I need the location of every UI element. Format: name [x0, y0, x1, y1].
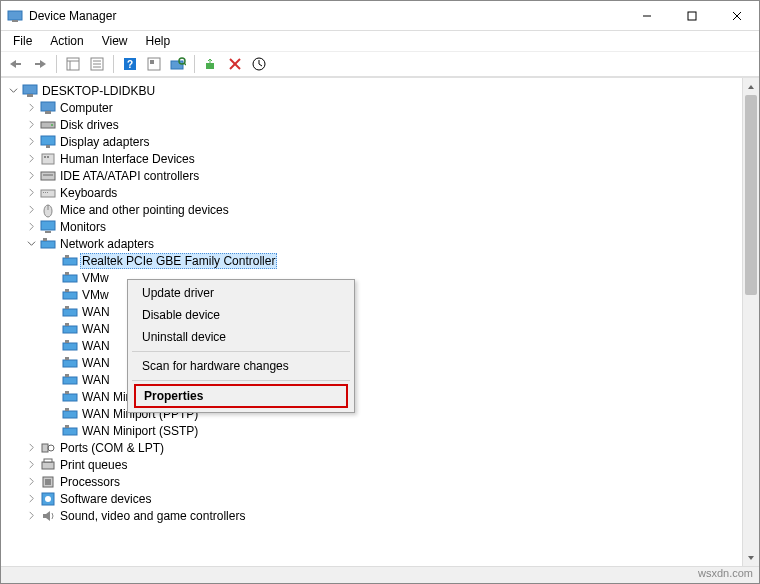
- ctx-scan-hardware[interactable]: Scan for hardware changes: [130, 355, 352, 377]
- collapse-icon[interactable]: [25, 237, 38, 250]
- ctx-update-driver[interactable]: Update driver: [130, 282, 352, 304]
- tree-device[interactable]: WAN: [3, 303, 740, 320]
- spacer: [47, 373, 60, 386]
- tree-device[interactable]: WAN: [3, 371, 740, 388]
- svg-rect-22: [206, 63, 214, 69]
- update-driver-button[interactable]: [200, 53, 222, 75]
- svg-rect-18: [150, 60, 154, 64]
- tree-category[interactable]: Print queues: [3, 456, 740, 473]
- tree-category[interactable]: Ports (COM & LPT): [3, 439, 740, 456]
- expand-icon[interactable]: [25, 101, 38, 114]
- svg-rect-3: [688, 12, 696, 20]
- svg-line-21: [184, 63, 186, 65]
- device-label: VMw: [82, 288, 109, 302]
- svg-rect-51: [63, 275, 77, 282]
- close-button[interactable]: [714, 1, 759, 30]
- svg-rect-54: [65, 289, 69, 292]
- tree-device[interactable]: WAN: [3, 337, 740, 354]
- category-label: Mice and other pointing devices: [60, 203, 229, 217]
- show-hidden-button[interactable]: [62, 53, 84, 75]
- expand-icon[interactable]: [25, 203, 38, 216]
- menu-action[interactable]: Action: [42, 32, 91, 50]
- svg-rect-59: [63, 343, 77, 350]
- category-label: Human Interface Devices: [60, 152, 195, 166]
- help-button[interactable]: ?: [119, 53, 141, 75]
- tree-category[interactable]: Display adapters: [3, 133, 740, 150]
- expand-icon[interactable]: [25, 509, 38, 522]
- uninstall-button[interactable]: [224, 53, 246, 75]
- device-label: WAN: [82, 322, 110, 336]
- device-tree[interactable]: DESKTOP-LDIDKBU ComputerDisk drivesDispl…: [1, 78, 742, 566]
- tree-root[interactable]: DESKTOP-LDIDKBU: [3, 82, 740, 99]
- ctx-properties[interactable]: Properties: [134, 384, 348, 408]
- tree-category-network[interactable]: Network adapters: [3, 235, 740, 252]
- expand-icon[interactable]: [25, 492, 38, 505]
- expand-icon[interactable]: [25, 169, 38, 182]
- watermark: wsxdn.com: [698, 567, 753, 579]
- category-label: Processors: [60, 475, 120, 489]
- category-label: Monitors: [60, 220, 106, 234]
- expand-icon[interactable]: [25, 220, 38, 233]
- keyboard-icon: [40, 185, 56, 201]
- network-icon: [40, 236, 56, 252]
- tree-category[interactable]: Processors: [3, 473, 740, 490]
- tree-device[interactable]: WAN: [3, 354, 740, 371]
- tree-category[interactable]: Monitors: [3, 218, 740, 235]
- scroll-thumb[interactable]: [745, 95, 757, 295]
- minimize-button[interactable]: [624, 1, 669, 30]
- svg-point-78: [45, 496, 51, 502]
- tree-device[interactable]: VMw: [3, 286, 740, 303]
- tree-device[interactable]: WAN: [3, 320, 740, 337]
- horizontal-scrollbar[interactable]: [1, 566, 759, 583]
- tree-device[interactable]: VMw: [3, 269, 740, 286]
- tree-category[interactable]: IDE ATA/ATAPI controllers: [3, 167, 740, 184]
- tree-category[interactable]: Mice and other pointing devices: [3, 201, 740, 218]
- menu-help[interactable]: Help: [138, 32, 179, 50]
- expand-icon[interactable]: [25, 458, 38, 471]
- ctx-uninstall-device[interactable]: Uninstall device: [130, 326, 352, 348]
- action-button[interactable]: [143, 53, 165, 75]
- back-button[interactable]: [5, 53, 27, 75]
- scroll-down-button[interactable]: [743, 549, 759, 566]
- network-adapter-icon: [62, 406, 78, 422]
- tree-category[interactable]: Sound, video and game controllers: [3, 507, 740, 524]
- menu-view[interactable]: View: [94, 32, 136, 50]
- tree-device[interactable]: WAN Miniport (SSTP): [3, 422, 740, 439]
- context-menu: Update driver Disable device Uninstall d…: [127, 279, 355, 413]
- tree-device[interactable]: Realtek PCIe GBE Family Controller: [3, 252, 740, 269]
- expand-icon[interactable]: [25, 441, 38, 454]
- network-adapter-icon: [62, 321, 78, 337]
- expand-icon[interactable]: [25, 475, 38, 488]
- svg-rect-45: [41, 221, 55, 230]
- network-adapter-icon: [62, 287, 78, 303]
- disable-button[interactable]: [248, 53, 270, 75]
- svg-rect-6: [16, 63, 21, 65]
- properties-button[interactable]: [86, 53, 108, 75]
- hid-icon: [40, 151, 56, 167]
- vertical-scrollbar[interactable]: [742, 78, 759, 566]
- tree-category[interactable]: Human Interface Devices: [3, 150, 740, 167]
- tree-category[interactable]: Keyboards: [3, 184, 740, 201]
- expand-icon[interactable]: [25, 186, 38, 199]
- expand-icon[interactable]: [25, 118, 38, 131]
- tree-category[interactable]: Software devices: [3, 490, 740, 507]
- expand-icon[interactable]: [25, 152, 38, 165]
- svg-rect-74: [44, 459, 52, 462]
- svg-point-72: [48, 445, 54, 451]
- collapse-icon[interactable]: [7, 84, 20, 97]
- cpu-icon: [40, 474, 56, 490]
- tree-device[interactable]: WAN Miniport (PPPOE): [3, 388, 740, 405]
- svg-rect-19: [171, 61, 183, 69]
- menu-file[interactable]: File: [5, 32, 40, 50]
- tree-category[interactable]: Disk drives: [3, 116, 740, 133]
- ctx-disable-device[interactable]: Disable device: [130, 304, 352, 326]
- svg-rect-34: [42, 154, 54, 164]
- category-label: Print queues: [60, 458, 127, 472]
- scroll-up-button[interactable]: [743, 78, 759, 95]
- scan-button[interactable]: [167, 53, 189, 75]
- forward-button[interactable]: [29, 53, 51, 75]
- expand-icon[interactable]: [25, 135, 38, 148]
- tree-device[interactable]: WAN Miniport (PPTP): [3, 405, 740, 422]
- tree-category[interactable]: Computer: [3, 99, 740, 116]
- maximize-button[interactable]: [669, 1, 714, 30]
